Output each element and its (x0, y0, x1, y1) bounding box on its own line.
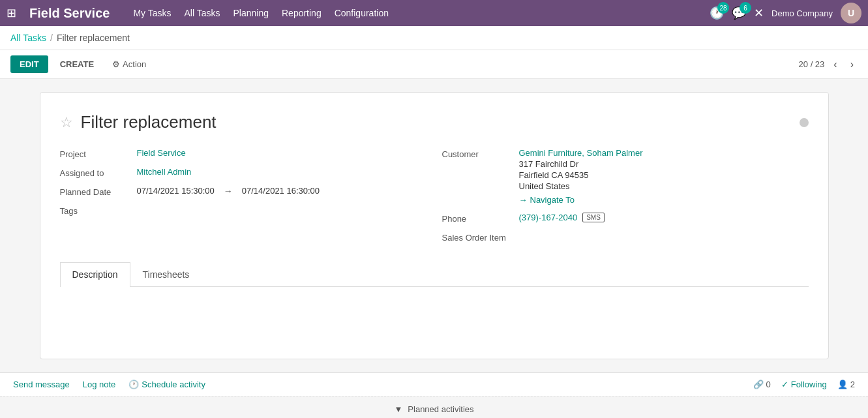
date-range-arrow-icon: → (224, 186, 233, 196)
grid-icon[interactable]: ⊞ (7, 6, 16, 20)
create-button[interactable]: CREATE (53, 55, 100, 73)
planned-date-start[interactable]: 07/14/2021 15:30:00 (137, 186, 215, 196)
followers-count: 2 (850, 380, 855, 389)
followers-button[interactable]: 👤 2 (837, 380, 855, 389)
company-name: Demo Company (771, 8, 833, 18)
record-title: Filter replacement (81, 112, 217, 132)
pagination-info: 20 / 23 (799, 59, 825, 69)
status-dot (800, 118, 809, 127)
following-button[interactable]: ✓ Following (781, 380, 827, 389)
nav-reporting[interactable]: Reporting (282, 8, 322, 18)
toolbar: EDIT CREATE ⚙ Action 20 / 23 ‹ › (0, 50, 868, 79)
project-field: Project Field Service (60, 148, 427, 159)
project-label: Project (60, 148, 132, 159)
close-nav-icon[interactable]: ✕ (754, 6, 764, 20)
avatar[interactable]: U (841, 3, 861, 23)
planned-date-end[interactable]: 07/14/2021 16:30:00 (242, 186, 320, 196)
tab-timesheets[interactable]: Timesheets (130, 262, 202, 286)
action-button[interactable]: ⚙ Action (106, 55, 153, 73)
nav-links: My Tasks All Tasks Planning Reporting Co… (133, 8, 699, 18)
navbar: ⊞ Field Service My Tasks All Tasks Plann… (0, 0, 868, 26)
checkmark-icon: ✓ (781, 380, 788, 389)
customer-field: Customer Gemini Furniture, Soham Palmer … (442, 148, 809, 205)
planned-date-field: Planned Date 07/14/2021 15:30:00 → 07/14… (60, 186, 427, 197)
breadcrumb-separator: / (50, 33, 53, 43)
badge-count-6: 6 (740, 2, 751, 14)
clock-icon: 🕐 (128, 380, 139, 389)
customer-label: Customer (442, 148, 514, 159)
action-label: Action (123, 59, 146, 69)
planned-activities-chevron-icon: ▼ (394, 404, 402, 414)
gear-icon: ⚙ (112, 59, 120, 69)
phone-label: Phone (442, 213, 514, 224)
tabs-bar: Description Timesheets (60, 262, 809, 287)
badge-count-28: 28 (717, 2, 729, 14)
breadcrumb-parent[interactable]: All Tasks (10, 33, 46, 43)
edit-button[interactable]: EDIT (10, 55, 48, 73)
person-icon: 👤 (837, 380, 848, 389)
nav-configuration[interactable]: Configuration (335, 8, 389, 18)
nav-all-tasks[interactable]: All Tasks (185, 8, 220, 18)
tags-label: Tags (60, 205, 132, 216)
sms-badge[interactable]: SMS (582, 213, 605, 222)
next-button[interactable]: › (846, 57, 858, 72)
planned-activities-bar[interactable]: ▼ Planned activities (0, 396, 868, 418)
send-message-button[interactable]: Send message (13, 380, 70, 389)
form-left: Project Field Service Assigned to Mitche… (60, 148, 427, 243)
form-grid: Project Field Service Assigned to Mitche… (60, 148, 809, 243)
sales-order-label: Sales Order Item (442, 231, 514, 243)
tab-description[interactable]: Description (60, 262, 130, 287)
schedule-activity-button[interactable]: 🕐 Schedule activity (128, 380, 205, 389)
form-right: Customer Gemini Furniture, Soham Palmer … (442, 148, 809, 243)
following-label: Following (791, 380, 827, 389)
app-name: Field Service (29, 6, 110, 21)
phone-field: Phone (379)-167-2040 SMS (442, 213, 809, 224)
planned-activities-label: Planned activities (408, 404, 473, 414)
bottom-right: 🔗 0 ✓ Following 👤 2 (753, 380, 855, 389)
breadcrumb: All Tasks / Filter replacement (0, 26, 868, 50)
schedule-activity-label: Schedule activity (142, 380, 205, 389)
phone-value[interactable]: (379)-167-2040 (519, 213, 578, 222)
tab-content-description (60, 287, 809, 339)
notification-badge-28[interactable]: 🕐 28 (710, 6, 724, 20)
address-line3: United States (519, 181, 643, 191)
title-row: ☆ Filter replacement (60, 112, 809, 132)
log-note-button[interactable]: Log note (83, 380, 116, 389)
navbar-right: 🕐 28 💬 6 ✕ Demo Company U (710, 3, 861, 23)
breadcrumb-current: Filter replacement (57, 33, 130, 43)
prev-button[interactable]: ‹ (830, 57, 841, 72)
notification-badge-6[interactable]: 💬 6 (732, 6, 746, 20)
planned-date-label: Planned Date (60, 186, 132, 197)
nav-planning[interactable]: Planning (233, 8, 269, 18)
main-content: ☆ Filter replacement Project Field Servi… (27, 79, 842, 372)
record-card: ☆ Filter replacement Project Field Servi… (40, 92, 829, 359)
address-block: Gemini Furniture, Soham Palmer 317 Fairc… (519, 148, 643, 205)
navigate-arrow-icon: → (519, 195, 528, 205)
tags-field: Tags (60, 205, 427, 216)
navigate-to-label: Navigate To (530, 195, 575, 205)
sales-order-field: Sales Order Item (442, 231, 809, 243)
assigned-to-value[interactable]: Mitchell Admin (137, 167, 192, 177)
assigned-to-field: Assigned to Mitchell Admin (60, 167, 427, 178)
customer-value[interactable]: Gemini Furniture, Soham Palmer (519, 148, 643, 158)
nav-my-tasks[interactable]: My Tasks (133, 8, 171, 18)
project-value[interactable]: Field Service (137, 148, 186, 158)
address-line2: Fairfield CA 94535 (519, 170, 643, 180)
assigned-to-label: Assigned to (60, 167, 132, 178)
attachment-stat: 🔗 0 (753, 380, 771, 389)
bottom-bar: Send message Log note 🕐 Schedule activit… (0, 372, 868, 396)
attachment-count: 0 (766, 380, 771, 389)
favorite-star-icon[interactable]: ☆ (60, 114, 73, 131)
phone-row: (379)-167-2040 SMS (519, 213, 605, 222)
navigate-to-link[interactable]: → Navigate To (519, 195, 643, 205)
paperclip-icon: 🔗 (753, 380, 764, 389)
address-line1: 317 Fairchild Dr (519, 159, 643, 169)
